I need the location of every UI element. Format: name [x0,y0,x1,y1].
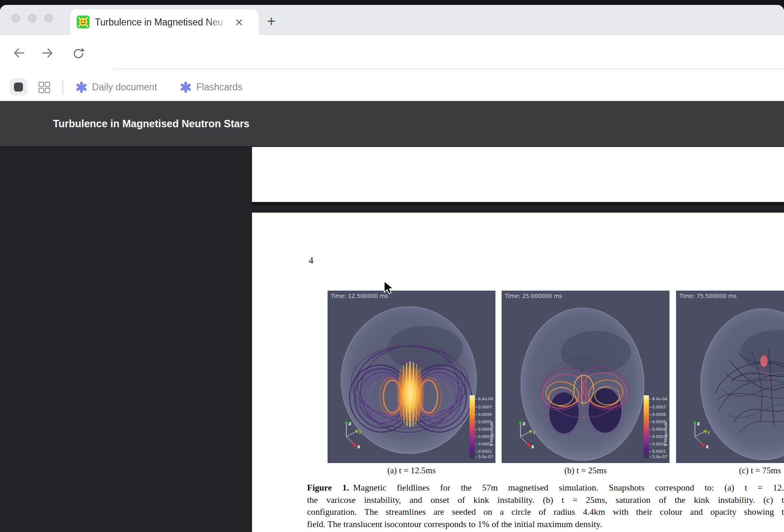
reload-icon[interactable] [71,46,85,60]
tab-close-icon[interactable] [236,19,242,25]
screen: z y x 8.4e-04 0.0007 0.0006 [0,0,784,532]
figure-panel-b: Time: 25.000000 ms [502,291,669,463]
figure-caption-line: configuration. The streamlines are seede… [307,506,784,518]
browser-window: Turbulence in Magnetised Neu + [0,5,784,532]
figure-panel-a: Time: 12.500000 ms [328,291,495,463]
tab-title: Turbulence in Magnetised Neu [95,9,231,35]
subfigure-caption-c: (c) t = 75ms [676,466,784,476]
subfigure-caption-b: (b) t = 25ms [502,466,669,476]
tab-favicon-smiley-icon [77,16,89,28]
side-panel-button[interactable] [10,78,27,96]
bookmarks-bar: Daily document Flashcards [0,70,784,101]
minimize-window-button[interactable] [28,14,37,23]
figure-panel-c: Time: 75.500000 ms [676,291,784,463]
apps-grid-icon[interactable] [38,81,50,94]
bookmark-daily-document[interactable]: Daily document [76,81,157,93]
bookmarks-divider [62,79,63,95]
bookmark-label: Flashcards [196,82,242,92]
new-tab-button[interactable]: + [263,9,280,35]
back-icon[interactable] [12,46,25,60]
panel-time-label: Time: 12.500000 ms [330,293,388,299]
panel-time-label: Time: 75.500000 ms [679,293,736,299]
bookmark-label: Daily document [92,82,157,92]
active-tab[interactable]: Turbulence in Magnetised Neu [70,9,259,35]
pdf-document-title: Turbulence in Magnetised Neutron Stars [53,101,250,146]
forward-icon[interactable] [41,46,54,60]
close-window-button[interactable] [11,14,20,23]
subfigure-caption-a: (a) t = 12.5ms [328,466,495,476]
figure-caption: Figure 1.Magnetic fieldlines for the 57m… [307,482,784,530]
bookmark-asterisk-icon [180,82,191,93]
panel-time-label: Time: 25.000000 ms [504,293,562,299]
figure-caption-line: the varicose instability, and onset of k… [307,494,784,507]
bookmark-asterisk-icon [76,82,87,93]
side-panel-icon [14,83,23,92]
mouse-cursor [383,281,395,296]
figure-caption-line: field. The translucent isocontour corres… [307,518,784,531]
page-separator [252,202,784,205]
printed-page-number: 4 [309,255,314,266]
pdf-toolbar: Turbulence in Magnetised Neutron Stars 4… [0,101,784,146]
bookmark-flashcards[interactable]: Flashcards [180,81,242,93]
figure-caption-line: Figure 1.Magnetic fieldlines for the 57m… [307,482,784,494]
address-bar-row: arxiv.org/pdf/2506.08037 [0,35,784,70]
pdf-page-4: 4 [252,213,784,532]
pdf-page-3-bottom [252,147,784,202]
zoom-window-button[interactable] [44,14,53,23]
pdf-viewport[interactable]: 4 [0,146,784,532]
tab-strip: Turbulence in Magnetised Neu + [0,5,784,35]
figure-caption-label: Figure 1. [307,483,349,493]
